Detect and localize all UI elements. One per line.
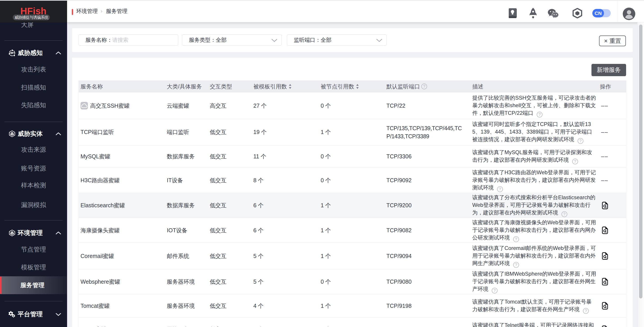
svg-text:CN: CN [594, 10, 602, 16]
